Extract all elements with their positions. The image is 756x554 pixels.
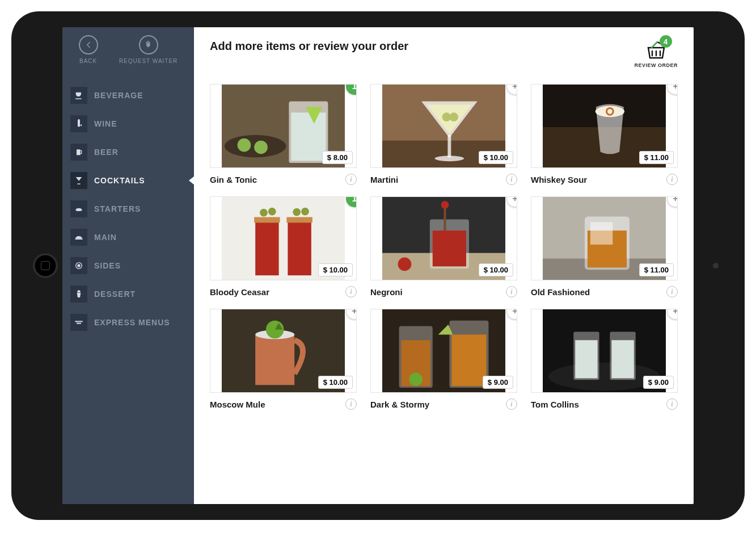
tablet-camera	[713, 263, 719, 268]
back-label: BACK	[79, 58, 97, 64]
category-label: WINE	[94, 119, 117, 128]
sidebar-item-beverage[interactable]: BEVERAGE	[62, 81, 194, 110]
product-image: +$ 9.00	[531, 309, 678, 393]
svg-point-55	[266, 321, 284, 339]
back-arrow-icon	[79, 35, 98, 54]
product-name: Whiskey Sour	[531, 175, 587, 184]
product-price: $ 10.00	[318, 263, 353, 276]
category-label: EXPRESS MENUS	[94, 318, 170, 327]
sidebar-item-cocktails[interactable]: COCKTAILS	[62, 166, 194, 195]
info-icon[interactable]: i	[345, 174, 357, 185]
product-card[interactable]: 1$ 8.00Gin & Tonici	[210, 84, 357, 185]
svg-point-40	[301, 208, 309, 216]
review-order-button[interactable]: 4 REVIEW ORDER	[634, 40, 678, 68]
hand-icon	[139, 35, 158, 54]
sidebar-top-actions: BACK REQUEST WAITER	[62, 27, 194, 71]
cart-count-badge: 4	[660, 35, 672, 48]
info-icon[interactable]: i	[345, 286, 357, 297]
product-card[interactable]: +$ 9.00Dark & Stormyi	[370, 309, 517, 410]
info-icon[interactable]: i	[345, 398, 357, 410]
product-footer: Gin & Tonici	[210, 168, 357, 185]
product-card[interactable]: +$ 10.00Martinii	[370, 84, 517, 185]
info-icon[interactable]: i	[506, 398, 517, 410]
product-price: $ 11.00	[639, 263, 674, 276]
request-waiter-label: REQUEST WAITER	[119, 58, 178, 64]
sidebar: BACK REQUEST WAITER BEVERAGEWINEBEERCOCK…	[62, 27, 194, 504]
product-grid: 1$ 8.00Gin & Tonici+$ 10.00Martinii+$ 11…	[210, 84, 678, 410]
info-icon[interactable]: i	[666, 174, 678, 185]
category-label: COCKTAILS	[94, 176, 145, 185]
info-icon[interactable]: i	[506, 174, 517, 185]
app-screen: BACK REQUEST WAITER BEVERAGEWINEBEERCOCK…	[62, 27, 694, 504]
product-price: $ 10.00	[318, 376, 353, 389]
product-name: Moscow Mule	[210, 400, 265, 409]
svg-point-45	[398, 258, 412, 271]
svg-rect-8	[75, 321, 82, 322]
product-name: Old Fashioned	[531, 287, 590, 297]
sidebar-item-main[interactable]: MAIN	[62, 223, 194, 251]
product-footer: Tom Collinsi	[531, 393, 678, 410]
svg-point-27	[449, 112, 458, 121]
page-title: Add more items or review your order	[210, 40, 408, 53]
product-price: $ 11.00	[639, 151, 674, 164]
svg-point-61	[409, 372, 423, 386]
product-card[interactable]: +$ 9.00Tom Collinsi	[531, 309, 678, 410]
basket-icon: 4	[645, 40, 668, 60]
info-icon[interactable]: i	[666, 286, 678, 297]
svg-point-37	[260, 209, 268, 217]
info-icon[interactable]: i	[506, 286, 517, 297]
category-icon	[70, 144, 87, 161]
product-image: +$ 11.00	[531, 196, 678, 280]
svg-rect-18	[291, 112, 326, 161]
sidebar-item-express-menus[interactable]: EXPRESS MENUS	[62, 308, 194, 337]
product-card[interactable]: +$ 11.00Old Fashionedi	[531, 196, 678, 297]
svg-rect-36	[286, 217, 312, 223]
sidebar-item-sides[interactable]: SIDES	[62, 251, 194, 280]
product-image: +$ 10.00	[370, 84, 517, 168]
svg-rect-33	[255, 219, 278, 275]
svg-rect-60	[451, 334, 486, 386]
product-image: +$ 10.00	[210, 309, 357, 393]
product-footer: Martinii	[370, 168, 517, 185]
category-icon	[70, 257, 87, 274]
product-footer: Old Fashionedi	[531, 280, 678, 297]
product-card[interactable]: +$ 10.00Moscow Mulei	[210, 309, 357, 410]
product-image: +$ 10.00	[370, 196, 517, 280]
svg-rect-46	[444, 205, 446, 230]
svg-point-2	[81, 124, 82, 126]
tablet-frame: BACK REQUEST WAITER BEVERAGEWINEBEERCOCK…	[11, 11, 745, 520]
category-icon	[70, 172, 87, 189]
back-button[interactable]: BACK	[79, 35, 98, 64]
product-name: Bloody Ceasar	[210, 287, 269, 297]
main-content: Add more items or review your order 4	[194, 27, 694, 504]
sidebar-item-beer[interactable]: BEER	[62, 138, 194, 166]
sidebar-item-dessert[interactable]: DESSERT	[62, 280, 194, 308]
category-label: SIDES	[94, 261, 121, 270]
sidebar-item-wine[interactable]: WINE	[62, 110, 194, 138]
category-icon	[70, 314, 87, 331]
product-card[interactable]: 1$ 10.00Bloody Ceasari	[210, 196, 357, 297]
svg-point-7	[78, 265, 80, 267]
review-order-label: REVIEW ORDER	[634, 62, 678, 68]
product-name: Martini	[370, 175, 398, 184]
svg-point-47	[441, 201, 449, 209]
product-card[interactable]: +$ 11.00Whiskey Souri	[531, 84, 678, 185]
product-footer: Moscow Mulei	[210, 393, 357, 410]
category-icon	[70, 286, 87, 303]
product-footer: Bloody Ceasari	[210, 280, 357, 297]
svg-rect-0	[78, 120, 80, 127]
product-card[interactable]: +$ 10.00Negronii	[370, 196, 517, 297]
sidebar-item-starters[interactable]: STARTERS	[62, 195, 194, 223]
product-name: Tom Collins	[531, 400, 579, 409]
svg-point-39	[293, 208, 301, 216]
tablet-home-button[interactable]	[33, 253, 58, 278]
request-waiter-button[interactable]: REQUEST WAITER	[119, 35, 178, 64]
product-image: 1$ 8.00	[210, 84, 357, 168]
product-price: $ 9.00	[643, 376, 674, 389]
info-icon[interactable]: i	[666, 398, 678, 410]
svg-rect-67	[611, 340, 633, 378]
category-label: STARTERS	[94, 204, 141, 213]
product-image: +$ 9.00	[370, 309, 517, 393]
category-icon	[70, 229, 87, 246]
svg-rect-9	[77, 323, 81, 324]
